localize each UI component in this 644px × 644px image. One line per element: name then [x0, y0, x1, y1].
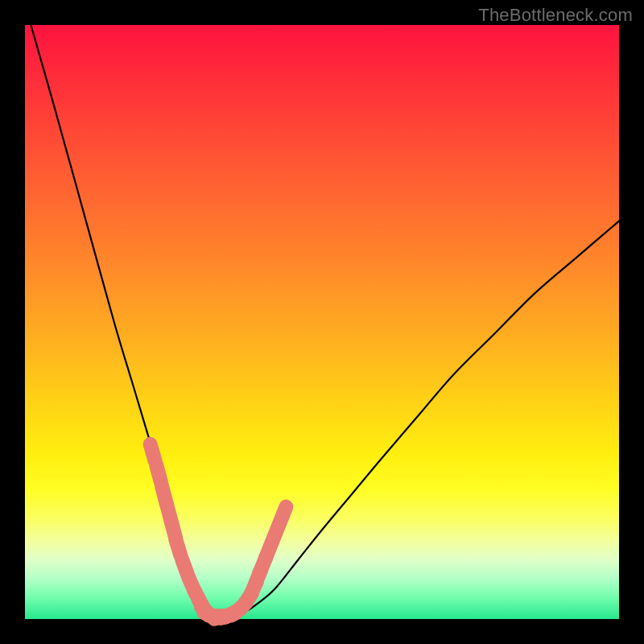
chart-svg: [25, 25, 619, 619]
highlight-band: [151, 444, 287, 619]
bottleneck-curve: [31, 25, 619, 617]
watermark-text: TheBottleneck.com: [478, 5, 633, 26]
highlight-capsule: [279, 507, 286, 523]
chart-frame: TheBottleneck.com: [0, 0, 644, 644]
curve-line: [31, 25, 619, 617]
